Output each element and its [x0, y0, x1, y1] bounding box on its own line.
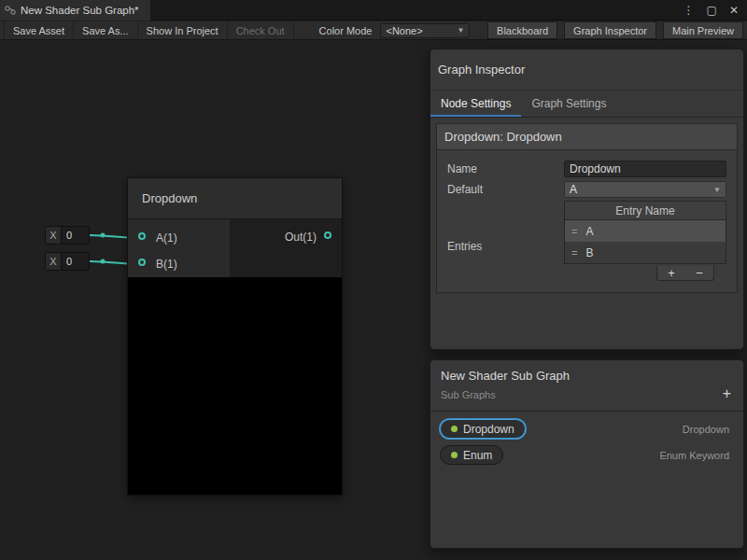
node-ports: A(1) B(1) Out(1) — [128, 219, 342, 277]
value-field[interactable]: 0 — [62, 253, 89, 270]
window-controls: ⋮ ▢ ✕ — [684, 5, 747, 16]
drag-handle-icon[interactable]: = — [571, 247, 577, 259]
input-port-a-label: A(1) — [156, 231, 177, 245]
entries-list: Entry Name = A = B — [564, 201, 726, 264]
save-as-button[interactable]: Save As... — [74, 21, 138, 39]
inspector-header[interactable]: Graph Inspector — [430, 49, 743, 90]
x-component-label: X — [46, 253, 62, 270]
node-title: Dropdown — [142, 191, 197, 205]
color-mode-value: <None> — [386, 25, 422, 36]
output-port-label: Out(1) — [285, 231, 317, 244]
name-label: Name — [447, 162, 564, 175]
dropdown-arrow-icon: ▼ — [713, 186, 721, 194]
check-out-button: Check Out — [228, 21, 294, 39]
section-header: Dropdown: Dropdown — [437, 124, 737, 150]
default-dropdown-value: A — [570, 183, 577, 196]
entries-list-header: Entry Name — [565, 202, 726, 220]
entry-row-a[interactable]: = A — [565, 220, 726, 242]
dropdown-property-pill[interactable]: Dropdown — [440, 419, 526, 439]
blackboard-subtitle: Sub Graphs — [441, 389, 732, 400]
default-label: Default — [447, 183, 564, 196]
default-dropdown[interactable]: A ▼ — [564, 181, 726, 198]
value-widget-a[interactable]: X 0 — [45, 226, 90, 245]
blackboard-title: New Shader Sub Graph — [441, 369, 732, 383]
main-preview-toggle-button[interactable]: Main Preview — [663, 21, 743, 39]
blackboard-panel: New Shader Sub Graph Sub Graphs + Dropdo… — [430, 359, 744, 549]
entry-row-b[interactable]: = B — [565, 242, 726, 263]
close-icon[interactable]: ✕ — [729, 5, 739, 16]
edge-a-dot — [101, 233, 106, 238]
input-port-b[interactable] — [138, 259, 146, 266]
blackboard-row-dropdown: Dropdown Dropdown — [430, 419, 743, 439]
tab-graph-settings[interactable]: Graph Settings — [521, 91, 616, 117]
drag-handle-icon[interactable]: = — [571, 226, 577, 237]
titlebar: New Shader Sub Graph* ⋮ ▢ ✕ — [0, 0, 747, 21]
entry-name: A — [585, 225, 593, 238]
color-mode-label: Color Mode — [319, 25, 373, 36]
edge-b-dot — [101, 259, 106, 264]
graph-inspector-panel: Graph Inspector Node Settings Graph Sett… — [430, 49, 744, 350]
x-component-label: X — [46, 227, 62, 244]
inspector-tabs: Node Settings Graph Settings — [430, 90, 743, 118]
input-port-a[interactable] — [138, 232, 146, 240]
node-input-column — [128, 219, 230, 277]
property-type: Dropdown — [683, 424, 729, 435]
blackboard-toggle-button[interactable]: Blackboard — [487, 21, 557, 39]
input-port-b-label: B(1) — [156, 258, 177, 271]
graph-inspector-toggle-button[interactable]: Graph Inspector — [564, 21, 656, 39]
entries-list-footer-wrap: + − — [447, 264, 726, 281]
tab-title: New Shader Sub Graph* — [21, 5, 139, 16]
node-header[interactable]: Dropdown — [128, 178, 342, 219]
save-asset-button[interactable]: Save Asset — [4, 21, 74, 39]
property-type: Enum Keyword — [659, 450, 729, 461]
enum-property-pill[interactable]: Enum — [440, 445, 503, 465]
kebab-menu-icon[interactable]: ⋮ — [684, 5, 695, 16]
section-body: Name Dropdown Default A ▼ Entries Entry … — [437, 150, 737, 292]
inspector-title: Graph Inspector — [438, 63, 525, 77]
default-field-row: Default A ▼ — [447, 180, 726, 199]
entry-name: B — [585, 246, 593, 259]
maximize-icon[interactable]: ▢ — [707, 5, 717, 16]
node-preview — [128, 277, 342, 495]
section-title: Dropdown: Dropdown — [444, 130, 562, 144]
exposed-dot-icon — [451, 426, 458, 432]
color-mode-group: Color Mode <None> ▼ — [319, 21, 471, 39]
add-entry-button[interactable]: + — [668, 267, 675, 279]
document-tab[interactable]: New Shader Sub Graph* — [0, 0, 150, 21]
entries-list-footer: + − — [656, 266, 714, 281]
property-name: Dropdown — [463, 423, 514, 436]
blackboard-header[interactable]: New Shader Sub Graph Sub Graphs + — [430, 360, 743, 412]
name-input[interactable]: Dropdown — [564, 161, 726, 177]
property-name: Enum — [463, 449, 492, 462]
output-port[interactable] — [324, 231, 331, 239]
entries-field-row: Entries Entry Name = A = B — [447, 201, 726, 264]
shader-graph-icon — [5, 5, 16, 16]
name-field-row: Name Dropdown — [447, 160, 726, 178]
node-settings-section: Dropdown: Dropdown Name Dropdown Default… — [436, 123, 738, 293]
entries-label: Entries — [447, 240, 564, 264]
add-property-button[interactable]: + — [723, 385, 731, 402]
dropdown-arrow-icon: ▼ — [458, 26, 465, 35]
remove-entry-button[interactable]: − — [696, 267, 703, 279]
toolbar-right-group: Blackboard Graph Inspector Main Preview — [481, 21, 747, 39]
value-widget-b[interactable]: X 0 — [45, 252, 90, 271]
name-input-value: Dropdown — [570, 162, 621, 175]
toolbar: Save Asset Save As... Show In Project Ch… — [0, 21, 747, 40]
blackboard-row-enum: Enum Enum Keyword — [430, 445, 743, 465]
exposed-dot-icon — [451, 452, 458, 458]
dropdown-node[interactable]: Dropdown A(1) B(1) Out(1) — [127, 177, 343, 496]
tab-node-settings[interactable]: Node Settings — [430, 91, 521, 117]
color-mode-dropdown[interactable]: <None> ▼ — [380, 23, 470, 38]
value-field[interactable]: 0 — [62, 227, 89, 244]
show-in-project-button[interactable]: Show In Project — [138, 21, 228, 39]
